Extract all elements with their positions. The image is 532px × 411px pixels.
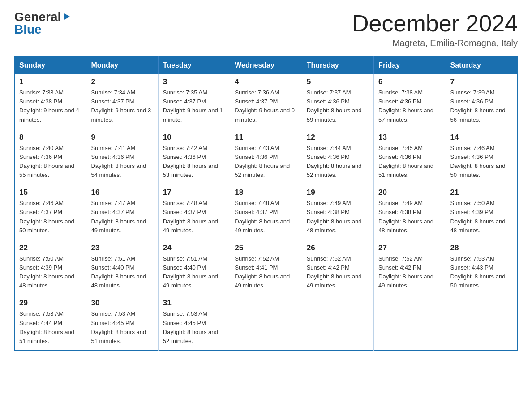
table-row: 10 Sunrise: 7:42 AM Sunset: 4:36 PM Dayl… bbox=[158, 129, 230, 184]
day-number: 28 bbox=[450, 244, 513, 253]
sunset-label: Sunset: 4:42 PM bbox=[378, 264, 421, 271]
sunrise-label: Sunrise: 7:53 AM bbox=[91, 310, 135, 317]
header-friday: Friday bbox=[374, 57, 446, 74]
page-header: General Blue December 2024 Magreta, Emil… bbox=[14, 11, 518, 48]
sunset-label: Sunset: 4:37 PM bbox=[91, 209, 134, 215]
table-row: 19 Sunrise: 7:49 AM Sunset: 4:38 PM Dayl… bbox=[302, 184, 373, 240]
day-number: 31 bbox=[163, 299, 225, 308]
sunset-label: Sunset: 4:41 PM bbox=[235, 264, 278, 271]
header-tuesday: Tuesday bbox=[158, 57, 230, 74]
week-row-3: 15 Sunrise: 7:46 AM Sunset: 4:37 PM Dayl… bbox=[15, 184, 518, 240]
table-row: 21 Sunrise: 7:50 AM Sunset: 4:39 PM Dayl… bbox=[446, 184, 517, 240]
daylight-label: Daylight: 8 hours and 49 minutes. bbox=[91, 218, 146, 234]
day-number: 14 bbox=[450, 133, 513, 142]
table-row: 23 Sunrise: 7:51 AM Sunset: 4:40 PM Dayl… bbox=[86, 240, 158, 295]
sunrise-label: Sunrise: 7:48 AM bbox=[163, 200, 207, 206]
sunset-label: Sunset: 4:39 PM bbox=[450, 209, 493, 215]
daylight-label: Daylight: 8 hours and 52 minutes. bbox=[235, 163, 290, 178]
sunset-label: Sunset: 4:37 PM bbox=[163, 98, 206, 105]
day-info: Sunrise: 7:45 AM Sunset: 4:36 PM Dayligh… bbox=[378, 144, 441, 180]
day-info: Sunrise: 7:51 AM Sunset: 4:40 PM Dayligh… bbox=[163, 254, 225, 291]
sunrise-label: Sunrise: 7:34 AM bbox=[91, 89, 135, 96]
sunset-label: Sunset: 4:36 PM bbox=[378, 98, 421, 105]
day-number: 29 bbox=[19, 299, 82, 308]
daylight-label: Daylight: 9 hours and 4 minutes. bbox=[19, 107, 79, 123]
daylight-label: Daylight: 8 hours and 48 minutes. bbox=[91, 273, 146, 289]
day-info: Sunrise: 7:50 AM Sunset: 4:39 PM Dayligh… bbox=[19, 254, 82, 291]
month-title: December 2024 bbox=[352, 11, 518, 36]
day-number: 9 bbox=[91, 133, 153, 142]
day-number: 7 bbox=[450, 77, 513, 86]
day-info: Sunrise: 7:41 AM Sunset: 4:36 PM Dayligh… bbox=[91, 144, 153, 180]
sunset-label: Sunset: 4:45 PM bbox=[91, 320, 134, 326]
day-info: Sunrise: 7:53 AM Sunset: 4:45 PM Dayligh… bbox=[163, 309, 225, 346]
day-number: 18 bbox=[235, 188, 297, 197]
calendar-header: SundayMondayTuesdayWednesdayThursdayFrid… bbox=[15, 57, 518, 74]
sunrise-label: Sunrise: 7:46 AM bbox=[450, 145, 495, 151]
day-info: Sunrise: 7:43 AM Sunset: 4:36 PM Dayligh… bbox=[235, 144, 297, 180]
svg-marker-0 bbox=[64, 13, 70, 20]
daylight-label: Daylight: 8 hours and 57 minutes. bbox=[378, 107, 433, 123]
table-row: 20 Sunrise: 7:49 AM Sunset: 4:38 PM Dayl… bbox=[374, 184, 446, 240]
day-number: 1 bbox=[19, 77, 82, 86]
table-row: 18 Sunrise: 7:48 AM Sunset: 4:37 PM Dayl… bbox=[230, 184, 302, 240]
day-number: 21 bbox=[450, 188, 513, 197]
sunset-label: Sunset: 4:37 PM bbox=[91, 98, 134, 105]
sunset-label: Sunset: 4:37 PM bbox=[19, 209, 62, 215]
sunrise-label: Sunrise: 7:33 AM bbox=[19, 89, 64, 96]
sunset-label: Sunset: 4:40 PM bbox=[163, 264, 206, 271]
daylight-label: Daylight: 8 hours and 49 minutes. bbox=[307, 273, 362, 289]
daylight-label: Daylight: 8 hours and 53 minutes. bbox=[163, 163, 218, 178]
header-thursday: Thursday bbox=[302, 57, 373, 74]
daylight-label: Daylight: 9 hours and 3 minutes. bbox=[91, 107, 151, 123]
day-number: 30 bbox=[91, 299, 153, 308]
table-row: 7 Sunrise: 7:39 AM Sunset: 4:36 PM Dayli… bbox=[446, 74, 517, 129]
day-number: 20 bbox=[378, 188, 441, 197]
sunrise-label: Sunrise: 7:53 AM bbox=[163, 310, 207, 317]
sunrise-label: Sunrise: 7:53 AM bbox=[450, 255, 495, 262]
daylight-label: Daylight: 8 hours and 49 minutes. bbox=[235, 273, 290, 289]
day-info: Sunrise: 7:52 AM Sunset: 4:41 PM Dayligh… bbox=[235, 254, 297, 291]
sunrise-label: Sunrise: 7:49 AM bbox=[307, 200, 351, 206]
daylight-label: Daylight: 8 hours and 49 minutes. bbox=[163, 273, 218, 289]
daylight-label: Daylight: 8 hours and 49 minutes. bbox=[235, 218, 290, 234]
day-info: Sunrise: 7:48 AM Sunset: 4:37 PM Dayligh… bbox=[163, 199, 225, 235]
table-row: 13 Sunrise: 7:45 AM Sunset: 4:36 PM Dayl… bbox=[374, 129, 446, 184]
sunset-label: Sunset: 4:36 PM bbox=[163, 154, 206, 160]
day-info: Sunrise: 7:33 AM Sunset: 4:38 PM Dayligh… bbox=[19, 88, 82, 124]
header-wednesday: Wednesday bbox=[230, 57, 302, 74]
sunset-label: Sunset: 4:43 PM bbox=[450, 264, 493, 271]
day-number: 2 bbox=[91, 77, 153, 86]
sunset-label: Sunset: 4:36 PM bbox=[378, 154, 421, 160]
day-headers-row: SundayMondayTuesdayWednesdayThursdayFrid… bbox=[15, 57, 518, 74]
sunset-label: Sunset: 4:37 PM bbox=[235, 209, 278, 215]
day-number: 10 bbox=[163, 133, 225, 142]
sunset-label: Sunset: 4:36 PM bbox=[450, 154, 493, 160]
daylight-label: Daylight: 9 hours and 0 minutes. bbox=[235, 107, 295, 123]
table-row: 25 Sunrise: 7:52 AM Sunset: 4:41 PM Dayl… bbox=[230, 240, 302, 295]
day-info: Sunrise: 7:48 AM Sunset: 4:37 PM Dayligh… bbox=[235, 199, 297, 235]
day-number: 8 bbox=[19, 133, 82, 142]
day-info: Sunrise: 7:40 AM Sunset: 4:36 PM Dayligh… bbox=[19, 144, 82, 180]
day-number: 22 bbox=[19, 244, 82, 253]
daylight-label: Daylight: 8 hours and 49 minutes. bbox=[378, 273, 433, 289]
day-number: 6 bbox=[378, 77, 441, 86]
day-number: 24 bbox=[163, 244, 225, 253]
day-info: Sunrise: 7:47 AM Sunset: 4:37 PM Dayligh… bbox=[91, 199, 153, 235]
table-row: 1 Sunrise: 7:33 AM Sunset: 4:38 PM Dayli… bbox=[15, 74, 86, 129]
day-number: 26 bbox=[307, 244, 369, 253]
sunset-label: Sunset: 4:36 PM bbox=[450, 98, 493, 105]
table-row: 28 Sunrise: 7:53 AM Sunset: 4:43 PM Dayl… bbox=[446, 240, 517, 295]
sunset-label: Sunset: 4:38 PM bbox=[19, 98, 62, 105]
daylight-label: Daylight: 8 hours and 48 minutes. bbox=[19, 273, 74, 289]
day-number: 17 bbox=[163, 188, 225, 197]
table-row: 22 Sunrise: 7:50 AM Sunset: 4:39 PM Dayl… bbox=[15, 240, 86, 295]
sunset-label: Sunset: 4:38 PM bbox=[307, 209, 350, 215]
day-info: Sunrise: 7:46 AM Sunset: 4:37 PM Dayligh… bbox=[19, 199, 82, 235]
location-subtitle: Magreta, Emilia-Romagna, Italy bbox=[352, 38, 518, 48]
day-number: 3 bbox=[163, 77, 225, 86]
day-info: Sunrise: 7:49 AM Sunset: 4:38 PM Dayligh… bbox=[307, 199, 369, 235]
sunrise-label: Sunrise: 7:50 AM bbox=[19, 255, 64, 262]
sunrise-label: Sunrise: 7:51 AM bbox=[163, 255, 207, 262]
sunrise-label: Sunrise: 7:36 AM bbox=[235, 89, 279, 96]
